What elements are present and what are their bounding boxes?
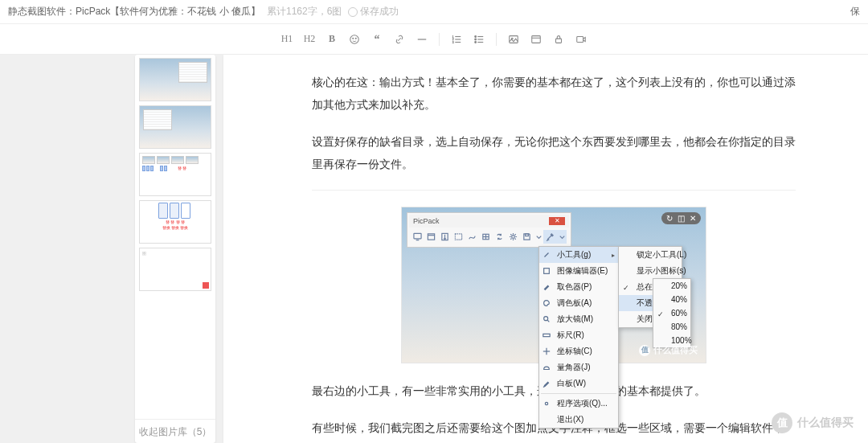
page-watermark: 值 什么值得买 — [772, 412, 854, 433]
menu-item-editor: 图像编辑器(E) — [539, 263, 618, 279]
embedded-screenshot[interactable]: ↻ ◫ ✕ PicPack✕ — [401, 207, 706, 363]
collapse-gallery-button[interactable]: 收起图片库（5） ︿ — [135, 419, 215, 443]
settings-icon — [506, 230, 520, 244]
submenu-item-lock: 锁定小工具(L) — [619, 247, 682, 263]
menu-item-protractor: 量角器(J) — [539, 359, 618, 375]
heading2-button[interactable]: H2 — [301, 31, 318, 48]
eyedropper-icon — [542, 283, 551, 292]
rect-region-icon — [452, 230, 465, 244]
image-button[interactable] — [505, 31, 522, 48]
crosshair-icon — [542, 347, 551, 356]
svg-rect-21 — [577, 36, 583, 42]
word-count: 累计1162字，6图 — [267, 5, 342, 18]
content-divider — [312, 190, 796, 191]
scroll-icon — [438, 230, 452, 244]
video-button[interactable] — [572, 31, 590, 48]
svg-rect-33 — [544, 269, 550, 274]
thumbnail-1[interactable] — [139, 58, 211, 101]
editor-icon — [542, 267, 551, 276]
article-content[interactable]: 核心的在这：输出方式！基本全了，你需要的基本都在这了，这个列表上没有的，你也可以… — [223, 55, 868, 443]
svg-line-35 — [547, 320, 549, 322]
ordered-list-button[interactable]: 123 — [448, 31, 465, 48]
picpack-icon-row — [409, 228, 569, 245]
palette-icon — [542, 299, 551, 308]
pencil-icon — [542, 379, 551, 388]
opacity-80: 80% — [653, 320, 690, 334]
dropdown-icon — [557, 230, 567, 244]
svg-point-39 — [545, 402, 547, 404]
menu-item-options: 程序选项(Q)... — [539, 396, 618, 412]
svg-point-2 — [355, 38, 356, 39]
monitor-icon — [411, 230, 424, 244]
gallery-panel: 替 替 替 替 替 替 替换 替换 替换 图 收起图片库（5） ︿ — [135, 55, 215, 443]
svg-rect-36 — [543, 334, 550, 336]
save-icon — [520, 230, 534, 244]
opacity-menu: 20% 40% 60% 80% 100% — [653, 278, 691, 348]
svg-point-31 — [512, 236, 515, 239]
svg-point-1 — [353, 38, 354, 39]
thumbnail-4[interactable]: 替 替 替 替 替换 替换 替换 — [139, 200, 211, 244]
heading1-button[interactable]: H1 — [278, 31, 296, 48]
svg-rect-22 — [414, 233, 421, 238]
ruler-icon — [542, 331, 551, 340]
toolbar-separator — [439, 33, 440, 46]
repeat-icon — [493, 230, 506, 244]
svg-rect-32 — [526, 234, 529, 236]
menu-item-crosshair: 坐标轴(C) — [539, 343, 618, 359]
svg-rect-20 — [556, 39, 562, 43]
crop-icon[interactable]: ◫ — [678, 214, 685, 223]
link-button[interactable] — [391, 31, 408, 48]
lock-button[interactable] — [550, 31, 567, 48]
svg-point-13 — [475, 35, 477, 37]
paragraph: 设置好保存的缺省目录，选上自动保存，无论你把这个东西要发到哪里去，他都会在你指定… — [312, 130, 796, 175]
menu-item-palette: 调色板(A) — [539, 295, 618, 311]
figure-controls[interactable]: ↻ ◫ ✕ — [661, 212, 701, 224]
svg-text:3: 3 — [452, 40, 454, 43]
opacity-60: 60% — [653, 306, 690, 320]
quote-button[interactable]: “ — [368, 31, 386, 48]
close-icon: ✕ — [549, 217, 565, 225]
opacity-40: 40% — [653, 293, 690, 306]
submenu-item-smallicon: 显示小图标(s) — [619, 263, 682, 279]
watermark-icon: 值 — [639, 345, 650, 356]
gear-icon — [542, 400, 551, 408]
close-icon[interactable]: ✕ — [690, 214, 696, 223]
thumbnail-5[interactable]: 图 — [139, 248, 211, 291]
svg-point-14 — [475, 39, 477, 40]
menu-item-colorpicker: 取色器(P) — [539, 279, 618, 295]
svg-rect-24 — [428, 234, 434, 240]
bold-button[interactable]: B — [323, 31, 341, 48]
divider-button[interactable] — [413, 31, 431, 48]
menu-item-exit: 退出(X) — [539, 412, 618, 428]
freeform-icon — [465, 230, 479, 244]
thumbnail-2[interactable] — [139, 105, 211, 149]
unordered-list-button[interactable] — [470, 31, 488, 48]
svg-point-34 — [544, 317, 548, 321]
format-toolbar: H1 H2 B “ 123 — [0, 24, 868, 55]
context-menu: 小工具(g) 图像编辑器(E) 取色器(P) 调色板(A) 放大镜(M) 标尺(… — [538, 246, 619, 429]
thumbnail-list[interactable]: 替 替 替 替 替 替 替换 替换 替换 图 — [135, 55, 215, 419]
dropdown-icon — [534, 230, 543, 244]
watermark-icon: 值 — [772, 412, 792, 433]
picpack-toolbar: PicPack✕ — [407, 212, 571, 248]
tools-icon — [543, 230, 557, 244]
svg-point-15 — [475, 41, 477, 43]
picpack-titlebar: PicPack✕ — [409, 215, 569, 228]
magnifier-icon — [542, 315, 551, 324]
fixed-region-icon — [479, 230, 493, 244]
window-icon — [424, 230, 438, 244]
thumbnail-3[interactable]: 替 替 — [139, 153, 211, 196]
wrench-icon — [542, 251, 551, 260]
svg-rect-18 — [532, 35, 541, 43]
save-button[interactable]: 保 — [850, 5, 860, 18]
refresh-icon[interactable]: ↻ — [666, 214, 673, 223]
emoji-button[interactable] — [346, 31, 363, 48]
save-status: 保存成功 — [348, 5, 399, 18]
opacity-20: 20% — [653, 279, 690, 293]
document-title: 静态截图软件：PicPack【软件何为优雅：不花钱 小 傻瓜】 — [8, 5, 260, 18]
image-watermark: 值 什么值得买 — [639, 344, 698, 356]
goods-button[interactable] — [527, 31, 545, 48]
protractor-icon — [542, 363, 551, 372]
menu-item-whiteboard: 白板(W) — [539, 375, 618, 392]
svg-rect-27 — [455, 234, 461, 240]
